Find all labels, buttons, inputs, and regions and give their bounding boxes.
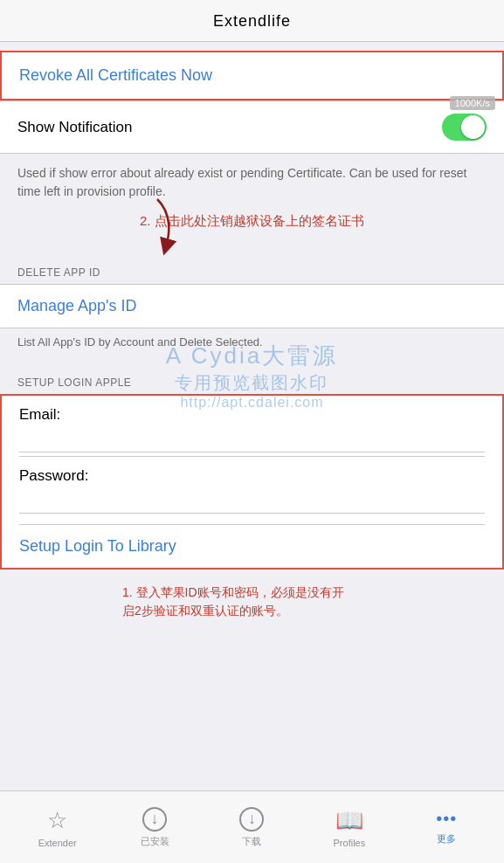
installed-icon: ↓ [142, 807, 167, 832]
email-label: Email: [19, 406, 485, 424]
manage-app-id-desc: List All App's ID by Account and Delete … [0, 328, 504, 359]
notification-label: Show Notification [17, 119, 132, 136]
revoke-row[interactable]: Revoke All Certificates Now [0, 51, 504, 100]
download-icon: ↓ [239, 807, 264, 832]
nav-bar: Extendlife [0, 0, 504, 42]
description-text: Used if show error about already exist o… [0, 154, 504, 208]
setup-link-row[interactable]: Setup Login To Library [2, 525, 502, 568]
email-row: Email: [2, 396, 502, 456]
profiles-icon: 📖 [335, 807, 363, 834]
extender-icon: ☆ [47, 807, 67, 834]
password-label: Password: [19, 467, 485, 485]
setup-link-text: Setup Login To Library [19, 537, 176, 555]
more-label: 更多 [437, 832, 456, 846]
installed-label: 已安装 [141, 835, 169, 848]
annotation1: 2. 点击此处注销越狱设备上的签名证书 [0, 208, 504, 242]
setup-login-header: SETUP LOGIN APPLE [0, 359, 504, 394]
speed-badge: 1000K/s [450, 96, 495, 110]
tab-more[interactable]: ••• 更多 [416, 809, 477, 846]
download-label: 下载 [242, 835, 261, 848]
tab-bar: ☆ Extender ↓ 已安装 ↓ 下载 📖 Profiles ••• 更多 [0, 791, 504, 863]
manage-app-id-text: Manage App's ID [17, 297, 137, 314]
delete-app-id-header: DELETE APP ID [0, 249, 504, 284]
more-icon: ••• [436, 809, 457, 829]
profiles-label: Profiles [334, 838, 366, 848]
password-input[interactable] [19, 490, 485, 514]
setup-login-section: Email: Password: Setup Login To Library [0, 394, 504, 570]
tab-extender[interactable]: ☆ Extender [27, 807, 88, 848]
tab-installed[interactable]: ↓ 已安装 [124, 807, 185, 848]
toggle-row: Show Notification [0, 100, 504, 154]
email-input[interactable] [19, 429, 485, 452]
spacer [2, 517, 502, 524]
password-row: Password: [2, 457, 502, 517]
extender-label: Extender [38, 838, 77, 848]
nav-title: Extendlife [213, 12, 291, 30]
toggle-knob [461, 115, 485, 139]
content: Revoke All Certificates Now Show Notific… [0, 42, 504, 791]
revoke-text: Revoke All Certificates Now [19, 66, 212, 84]
tab-download[interactable]: ↓ 下载 [221, 807, 282, 848]
notification-toggle[interactable] [442, 114, 487, 141]
tab-profiles[interactable]: 📖 Profiles [319, 807, 380, 848]
manage-app-id-row[interactable]: Manage App's ID [0, 284, 504, 328]
